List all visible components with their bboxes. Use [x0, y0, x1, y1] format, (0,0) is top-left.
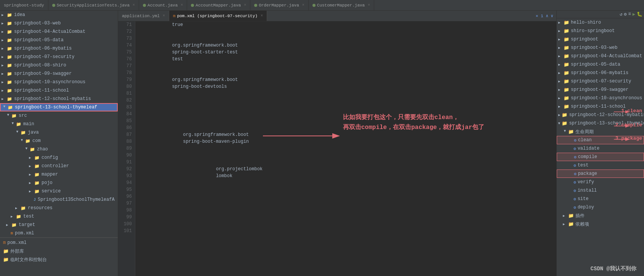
code-line[interactable]: org.springframework.boot [139, 42, 553, 49]
maven-item-依赖项[interactable]: ▶📁依赖项 [557, 220, 644, 228]
code-line[interactable] [139, 97, 553, 104]
editor-tab-yml[interactable]: application.yml × [118, 11, 169, 21]
maven-item-springboot-11-school[interactable]: ▶📁springboot-11-school [557, 102, 644, 111]
sidebar-item-springboot-12-school-mybatis[interactable]: ▶📁springboot-12-school-mybatis [0, 95, 118, 103]
code-line[interactable] [139, 90, 553, 97]
sidebar-item-pojo[interactable]: ▶📁pojo [0, 179, 118, 187]
code-line[interactable] [139, 193, 553, 200]
sidebar-item-resources[interactable]: ▶📁resources [0, 204, 118, 212]
maven-item-validate[interactable]: ⚙validate [557, 144, 644, 153]
sidebar-item-com[interactable]: ▶📁com [0, 137, 118, 145]
code-line[interactable] [139, 179, 553, 186]
sidebar-item-springboot-13-school-thymeleaf[interactable]: ▶📁springboot-13-school-thymeleaf [0, 103, 118, 111]
sidebar-item-target[interactable]: ▶📁target [0, 221, 118, 229]
maven-item-hello-shiro[interactable]: ▶📁hello-shiro [557, 18, 644, 27]
refresh-icon[interactable]: ↺ [620, 11, 622, 17]
tab-security-tests[interactable]: SecurityApplicationTests.java × [48, 0, 139, 10]
code-line[interactable] [139, 186, 553, 193]
maven-item-springboot[interactable]: ▶📁springboot [557, 35, 644, 44]
code-line[interactable] [139, 228, 553, 234]
sidebar-item-service[interactable]: ▶📁service [0, 187, 118, 195]
sidebar-item-main[interactable]: ▶📁main [0, 120, 118, 128]
code-line[interactable] [139, 145, 553, 152]
sidebar-item-pom.xml[interactable]: mpom.xml [0, 229, 118, 237]
code-editor[interactable]: 7172737475767778798081828384858687888990… [118, 21, 556, 276]
code-line[interactable] [139, 159, 553, 166]
sidebar-item-springboot-11-school[interactable]: ▶📁springboot-11-school [0, 86, 118, 95]
code-line[interactable] [139, 118, 553, 124]
sidebar-temp-files[interactable]: 📁 临时文件和控制台 [0, 255, 118, 264]
sidebar-external-libs[interactable]: 📁 外部库 [0, 247, 118, 255]
maven-item-clean[interactable]: ⚙clean [557, 136, 644, 144]
code-line[interactable] [139, 69, 553, 76]
maven-item-deploy[interactable]: ⚙deploy [557, 203, 644, 211]
tab-order-mapper[interactable]: OrderMapper.java × [250, 0, 309, 10]
code-line[interactable]: org.projectlombok [139, 166, 553, 173]
code-line[interactable]: org.springframework.boot [139, 76, 553, 83]
maven-item-install[interactable]: ⚙install [557, 186, 644, 195]
menu-icon[interactable]: ≡ [628, 11, 631, 17]
sidebar-item-idea[interactable]: ▶📁idea [0, 11, 118, 19]
sidebar-item-config[interactable]: ▶📁config [0, 153, 118, 162]
maven-item-compile[interactable]: ⚙compile [557, 153, 644, 161]
close-icon[interactable]: × [181, 3, 183, 7]
code-line[interactable]: spring-boot-maven-plugin [139, 138, 553, 145]
code-line[interactable] [139, 152, 553, 159]
maven-item-test[interactable]: ⚙test [557, 161, 644, 169]
sidebar-item-zhao[interactable]: ▶📁zhao [0, 145, 118, 153]
maven-item-生命周期[interactable]: ▶📁生命周期 [557, 128, 644, 136]
code-line[interactable] [139, 111, 553, 118]
close-icon[interactable]: × [133, 3, 135, 7]
maven-item-插件[interactable]: ▶📁插件 [557, 211, 644, 220]
code-line[interactable] [139, 200, 553, 207]
code-line[interactable] [139, 221, 553, 228]
sidebar-item-springboot-08-shiro[interactable]: ▶📁springboot-08-shiro [0, 61, 118, 69]
code-line[interactable]: lombok [139, 173, 553, 179]
code-content[interactable]: true org.springframework.boot spring-boo… [135, 21, 556, 276]
code-line[interactable] [139, 63, 553, 69]
run-icon[interactable]: ▶ [633, 11, 635, 17]
close-icon[interactable]: × [302, 3, 304, 7]
maven-item-springboot-07-security[interactable]: ▶📁springboot-07-security [557, 77, 644, 86]
code-line[interactable]: test [139, 56, 553, 63]
sidebar-item-springboot13schoolthymeleafa[interactable]: JSpringboot13SchoolThymeleafA [0, 195, 118, 204]
debug-icon[interactable]: 🐛 [637, 11, 642, 17]
maven-item-site[interactable]: ⚙site [557, 195, 644, 203]
sidebar-item-springboot-05-data[interactable]: ▶📁springboot-05-data [0, 36, 118, 44]
close-icon[interactable]: × [368, 3, 370, 7]
sidebar-item-test[interactable]: ▶📁test [0, 212, 118, 221]
sidebar-item-springboot-10-asynchronous[interactable]: ▶📁springboot-10-asynchronous [0, 78, 118, 86]
close-icon[interactable]: × [163, 14, 165, 18]
tab-account-mapper[interactable]: AccountMapper.java × [187, 0, 250, 10]
maven-item-springboot-04-actualcombat[interactable]: ▶📁springboot-04-ActualCombat [557, 52, 644, 60]
code-line[interactable] [139, 214, 553, 221]
tab-account[interactable]: Account.java × [139, 0, 187, 10]
sidebar-item-java[interactable]: ▶📁java [0, 128, 118, 137]
code-line[interactable]: spring-boot-devtools [139, 83, 553, 90]
close-icon[interactable]: × [244, 3, 246, 7]
close-icon[interactable]: × [261, 14, 263, 18]
sidebar-item-springboot-03-web[interactable]: ▶📁springboot-03-web [0, 19, 118, 27]
maven-item-springboot-12-school-mybatis[interactable]: ▶📁springboot-12-school-mybatis [557, 111, 644, 119]
code-line[interactable] [139, 35, 553, 42]
tab-springboot-study[interactable]: springboot-study [0, 0, 48, 10]
sidebar-item-springboot-09-swagger[interactable]: ▶📁springboot-09-swagger [0, 69, 118, 78]
code-line[interactable]: org.springframework.boot [139, 131, 553, 138]
maven-item-springboot-09-swagger[interactable]: ▶📁springboot-09-swagger [557, 86, 644, 94]
sidebar-item-springboot-07-security[interactable]: ▶📁springboot-07-security [0, 53, 118, 61]
code-line[interactable]: true [139, 21, 553, 28]
sidebar-item-springboot-04-actualcombat[interactable]: ▶📁springboot-04-ActualCombat [0, 27, 118, 36]
sidebar-item-controller[interactable]: ▶📁controller [0, 162, 118, 170]
maven-item-springboot-10-asynchronous[interactable]: ▶📁springboot-10-asynchronous [557, 94, 644, 102]
sidebar-item-src[interactable]: ▶📁src [0, 111, 118, 120]
maven-item-springboot-03-web[interactable]: ▶📁springboot-03-web [557, 44, 644, 52]
sidebar-item-springboot-06-mybatis[interactable]: ▶📁springboot-06-mybatis [0, 44, 118, 53]
editor-tab-pom[interactable]: m pom.xml (springboot-07-security) × [169, 11, 267, 21]
code-line[interactable] [139, 207, 553, 214]
maven-item-springboot-13-school-thymeleaf[interactable]: ▶📁springboot-13-school-thymeleaf [557, 119, 644, 128]
code-line[interactable] [139, 124, 553, 131]
code-line[interactable] [139, 104, 553, 111]
sidebar-item-mapper[interactable]: ▶📁mapper [0, 170, 118, 179]
sidebar-pom-xml[interactable]: m pom.xml [0, 239, 118, 247]
maven-item-shiro-springboot[interactable]: ▶📁shiro-springboot [557, 27, 644, 35]
